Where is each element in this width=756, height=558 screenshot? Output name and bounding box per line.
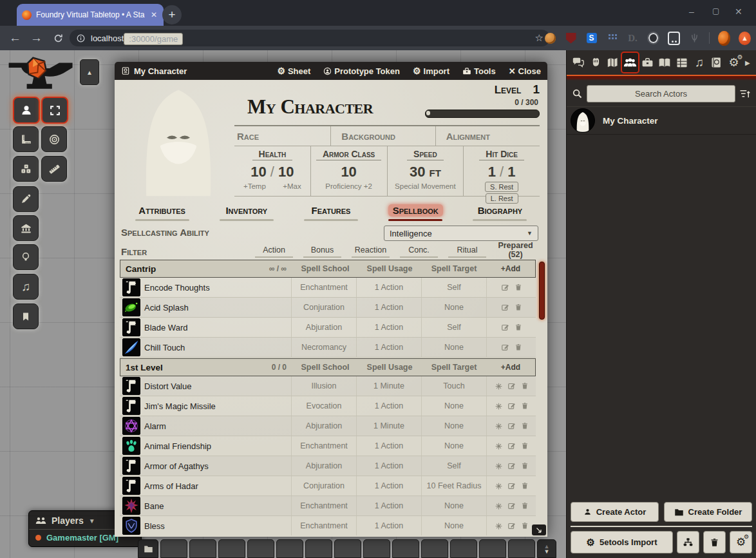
tab-combat[interactable] [588,53,604,72]
spell-name[interactable]: Animal Friendship [143,441,291,451]
alarm-icon[interactable] [122,417,140,435]
bless-icon[interactable] [122,517,140,535]
hp-current[interactable]: 10 [250,164,266,180]
tools-button[interactable]: Tools [462,66,496,76]
tab-inventory[interactable]: Inventory [204,203,288,222]
edit-spell-icon[interactable] [507,481,516,490]
edit-spell-icon[interactable] [507,501,516,510]
spell-name[interactable]: Chill Touch [143,343,291,352]
spell-row[interactable]: Arms of HadarConjuration1 Action10 Feet … [120,476,536,496]
tab-chat[interactable] [571,53,587,72]
delete-spell-icon[interactable] [521,401,529,410]
delete-spell-icon[interactable] [521,521,529,530]
background-field[interactable]: Background [330,126,435,146]
settings-gears-button[interactable]: ⚙⚙ [730,531,752,553]
create-actor-button[interactable]: Create Actor [571,502,659,522]
temp-hp-label[interactable]: +Temp [243,182,266,190]
delete-spell-icon[interactable] [515,283,522,292]
section-slots[interactable]: ∞ / ∞ [269,264,293,273]
spell-section-header[interactable]: 1st Level0 / 0Spell SchoolSpell UsageSpe… [120,358,536,376]
paw-icon[interactable] [122,437,140,455]
macro-slot[interactable] [479,539,506,558]
armor-class-stat[interactable]: Armor Class 10 Proficiency +2 [310,146,387,196]
delete-spell-icon[interactable] [521,501,529,510]
info-icon[interactable] [76,34,86,43]
health-stat[interactable]: Health 10/10 +Temp+Max [234,146,310,196]
edit-spell-icon[interactable] [507,461,516,470]
update-extension-icon[interactable]: ▲ [739,32,751,44]
edit-spell-icon[interactable] [501,303,510,312]
filter-ritual[interactable]: Ritual [443,245,491,258]
tab-attributes[interactable]: Attributes [120,203,204,222]
notes-tool-button[interactable] [13,303,39,329]
character-portrait[interactable] [124,84,233,200]
prepare-spell-icon[interactable] [495,462,503,470]
edit-spell-icon[interactable] [507,421,516,430]
prepare-spell-icon[interactable] [495,382,503,390]
spell-name[interactable]: Acid Splash [143,303,291,313]
speed-value[interactable]: 30 ft [388,164,464,180]
profile-avatar[interactable] [718,32,730,44]
lighting-tool-button[interactable] [13,244,39,270]
acid-splash-icon[interactable] [122,298,140,316]
select-tool-button[interactable] [41,97,68,124]
spell-name[interactable]: Bane [143,501,291,511]
macro-slot[interactable] [421,539,448,558]
spell-name[interactable]: Encode Thoughts [143,283,291,293]
token-tool-button[interactable] [13,97,40,124]
box-dots-extension-icon[interactable] [668,32,680,44]
scroll-icon[interactable] [122,477,140,495]
5etools-import-button[interactable]: ⚙ 5etools Import [571,531,673,553]
ability-select[interactable]: Intelligence ▼ [384,226,538,241]
d-extension-icon[interactable]: D. [627,32,639,44]
spell-row[interactable]: BlessEnchantment1 ActionNone [120,516,536,535]
tab-journal[interactable] [657,53,673,72]
search-actors-input[interactable] [587,85,735,102]
max-hp-label[interactable]: +Max [283,182,301,190]
window-close-button[interactable]: ✕ [735,6,742,17]
delete-spell-icon[interactable] [521,421,529,430]
edit-spell-icon[interactable] [507,401,516,410]
cookie-extension-icon[interactable] [544,32,556,44]
tab-features[interactable]: Features [288,203,373,222]
spell-list[interactable]: Cantrip∞ / ∞Spell SchoolSpell UsageSpell… [120,259,536,535]
drawings-tool-button[interactable] [13,186,39,212]
ublock-extension-icon[interactable] [565,32,577,44]
spell-row[interactable]: Jim's Magic MissileEvocation1 ActionNone [120,396,536,416]
delete-spell-icon[interactable] [521,381,529,390]
tab-items[interactable] [639,53,656,72]
edit-spell-icon[interactable] [501,323,510,332]
spell-name[interactable]: Blade Ward [143,323,291,332]
macro-slot[interactable] [334,539,361,558]
edit-spell-icon[interactable] [507,381,516,390]
spell-name[interactable]: Arms of Hadar [143,481,291,491]
spell-row[interactable]: Chill TouchNecromancy1 ActionNone [120,338,536,358]
add-spell-button[interactable]: +Add [486,264,535,273]
window-resize-handle[interactable] [532,524,546,535]
macro-slot[interactable] [189,539,216,558]
spell-row[interactable]: Encode ThoughtsEnchantment1 ActionSelf [120,278,536,298]
macro-slot[interactable] [450,539,477,558]
tab-compendium[interactable] [708,53,724,72]
claw-extension-icon[interactable] [688,32,701,44]
sidebar-collapse-icon[interactable]: ▶ [743,59,752,66]
forward-icon[interactable]: → [30,31,43,45]
window-minimize-button[interactable]: – [689,6,694,17]
spell-name[interactable]: Alarm [143,421,291,431]
spell-row[interactable]: BaneEnchantment1 ActionNone [120,496,536,516]
spell-name[interactable]: Armor of Agathys [143,461,291,471]
macro-folder-button[interactable] [138,539,158,558]
macro-slot[interactable] [247,539,274,558]
chill-touch-icon[interactable] [122,338,140,356]
collapse-controls-button[interactable]: ▲ [80,59,99,85]
filter-concentration[interactable]: Conc. [395,245,443,258]
stylus-extension-icon[interactable]: S [585,32,598,44]
section-slots[interactable]: 0 / 0 [272,363,293,372]
back-icon[interactable]: ← [9,31,21,45]
filter-reaction[interactable]: Reaction [346,245,395,258]
tab-tables[interactable] [674,53,690,72]
delete-spell-icon[interactable] [515,303,522,312]
tab-settings[interactable]: ⚙⚙ [726,53,742,72]
sort-filter-icon[interactable] [739,89,751,99]
window-header[interactable]: My Character ⚙Sheet Prototype Token ⚙Imp… [115,62,547,80]
